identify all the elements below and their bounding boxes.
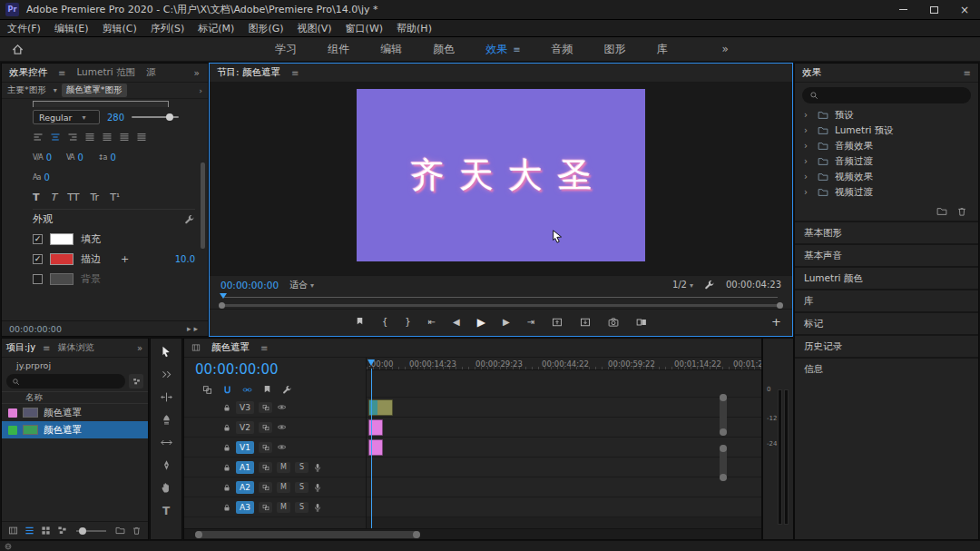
- lock-icon[interactable]: [222, 503, 231, 512]
- scroll-handle[interactable]: [720, 474, 727, 481]
- program-scrubber[interactable]: [210, 293, 792, 309]
- tracking-control[interactable]: VA0: [66, 153, 83, 162]
- solo-button[interactable]: S: [295, 502, 309, 513]
- superscript-button[interactable]: T¹: [110, 192, 120, 203]
- effects-bin-presets[interactable]: › 预设: [795, 107, 978, 123]
- lock-icon[interactable]: [222, 443, 231, 452]
- sync-lock-icon[interactable]: [259, 502, 272, 513]
- scroll-handle[interactable]: [195, 531, 202, 538]
- hand-tool[interactable]: [161, 482, 172, 494]
- menu-file[interactable]: 文件(F): [7, 22, 41, 35]
- sync-lock-icon[interactable]: [259, 402, 272, 413]
- justify-last-left-icon[interactable]: [84, 132, 95, 143]
- project-item-color-matte-1[interactable]: 颜色遮罩: [2, 404, 148, 421]
- stroke-width-value[interactable]: 10.0: [175, 254, 195, 264]
- play-button[interactable]: ▶: [477, 316, 485, 329]
- razor-tool[interactable]: [161, 414, 172, 426]
- chevron-right-icon[interactable]: ›: [804, 156, 811, 166]
- timeline-playhead[interactable]: [371, 369, 372, 528]
- search-bin-button[interactable]: [129, 374, 143, 389]
- playback-resolution-select[interactable]: 1/2▾: [672, 280, 693, 290]
- stacked-panel-essential-graphics[interactable]: 基本图形: [795, 221, 978, 243]
- chevron-right-icon[interactable]: ›: [804, 141, 811, 151]
- background-color-swatch[interactable]: [50, 273, 74, 285]
- lock-icon[interactable]: [222, 403, 231, 412]
- track-name-v1[interactable]: V1: [236, 441, 254, 454]
- go-to-out-button[interactable]: ⇥: [527, 317, 534, 327]
- project-item-color-matte-2[interactable]: 颜色遮罩: [2, 421, 148, 438]
- font-size-value[interactable]: 280: [107, 113, 124, 123]
- project-search-box[interactable]: [6, 374, 125, 389]
- workspace-tab-assembly[interactable]: 组件: [328, 42, 349, 57]
- mute-button[interactable]: M: [277, 462, 290, 473]
- menu-sequence[interactable]: 序列(S): [151, 22, 185, 35]
- solo-button[interactable]: S: [295, 482, 309, 493]
- slider-handle[interactable]: [166, 113, 173, 121]
- font-size-slider[interactable]: [132, 116, 179, 118]
- effects-bin-audio-transitions[interactable]: › 音频过渡: [795, 153, 978, 169]
- effect-controls-timecode[interactable]: 00:00:00:00: [9, 324, 62, 334]
- nest-insert-icon[interactable]: [202, 385, 212, 395]
- align-right-icon[interactable]: [67, 132, 78, 143]
- workspace-menu-icon[interactable]: ≡: [513, 44, 520, 54]
- menu-window[interactable]: 窗口(W): [346, 22, 383, 35]
- timeline-horizontal-scrollbar[interactable]: [184, 528, 761, 539]
- selection-tool[interactable]: [161, 346, 172, 358]
- leading-control[interactable]: ↕a0: [98, 153, 116, 162]
- tab-source[interactable]: 源: [146, 66, 156, 79]
- solo-button[interactable]: S: [295, 462, 309, 473]
- timeline-ruler[interactable]: :00:00 00:00:14:23 00:00:29:23 00:00:44:…: [367, 358, 761, 370]
- fill-color-swatch[interactable]: [50, 233, 74, 245]
- mute-button[interactable]: M: [277, 502, 290, 513]
- panel-menu-icon[interactable]: ≡: [58, 68, 65, 78]
- maximize-button[interactable]: [918, 0, 949, 20]
- lift-icon[interactable]: [552, 317, 563, 328]
- button-editor-plus[interactable]: +: [771, 315, 781, 329]
- lane-a1[interactable]: [367, 458, 761, 477]
- effect-controls-scrollbar[interactable]: [201, 162, 205, 249]
- stacked-panel-essential-sound[interactable]: 基本声音: [795, 243, 978, 266]
- close-button[interactable]: ×: [949, 0, 980, 20]
- linked-selection-icon[interactable]: [242, 385, 252, 395]
- lock-icon[interactable]: [222, 423, 231, 432]
- stacked-panel-libraries[interactable]: 库: [795, 289, 978, 311]
- lock-icon[interactable]: [222, 463, 231, 472]
- scroll-handle[interactable]: [413, 531, 420, 538]
- panel-menu-icon[interactable]: ≡: [964, 68, 971, 78]
- thumbnail-zoom-slider[interactable]: [76, 530, 106, 532]
- tab-program[interactable]: 节目: 颜色遮罩: [217, 66, 280, 79]
- project-file-name[interactable]: jy.prproj: [2, 358, 148, 372]
- tab-effects[interactable]: 效果: [802, 66, 821, 79]
- justify-all-icon[interactable]: [136, 132, 147, 143]
- fill-checkbox[interactable]: ✓: [33, 234, 43, 244]
- minimize-button[interactable]: [887, 0, 918, 20]
- type-tool[interactable]: T: [162, 505, 170, 517]
- menu-view[interactable]: 视图(V): [298, 22, 332, 35]
- mute-button[interactable]: M: [277, 482, 290, 493]
- stacked-panel-markers[interactable]: 标记: [795, 311, 978, 334]
- tab-project[interactable]: 项目:jy: [6, 341, 35, 354]
- sync-lock-icon[interactable]: [259, 462, 272, 473]
- leading-value[interactable]: 0: [110, 153, 115, 162]
- pen-tool[interactable]: [161, 459, 172, 471]
- label-color-swatch[interactable]: [8, 426, 17, 435]
- name-column-header[interactable]: 名称: [2, 391, 148, 404]
- go-to-in-button[interactable]: ⇤: [428, 317, 436, 327]
- menu-graphics[interactable]: 图形(G): [248, 22, 283, 35]
- add-marker-icon[interactable]: [262, 385, 272, 395]
- workspace-tab-color[interactable]: 颜色: [433, 42, 455, 57]
- master-clip-crumb[interactable]: 主要*图形: [7, 84, 46, 96]
- tab-overflow-chevron[interactable]: »: [137, 343, 143, 353]
- faux-italic-button[interactable]: T: [51, 192, 57, 203]
- effects-bin-video-effects[interactable]: › 视频效果: [795, 169, 978, 184]
- workspace-tab-graphics[interactable]: 图形: [604, 42, 626, 57]
- kerning-value[interactable]: 0: [46, 153, 52, 162]
- background-checkbox[interactable]: [33, 274, 43, 284]
- stroke-color-swatch[interactable]: [50, 253, 74, 265]
- workspace-tab-libraries[interactable]: 库: [657, 42, 668, 57]
- lane-v3[interactable]: [367, 398, 761, 418]
- program-current-timecode[interactable]: 00:00:00:00: [220, 280, 279, 290]
- workspace-tab-editing[interactable]: 编辑: [380, 42, 402, 57]
- lane-v2[interactable]: [367, 418, 761, 438]
- sync-lock-icon[interactable]: [259, 442, 272, 453]
